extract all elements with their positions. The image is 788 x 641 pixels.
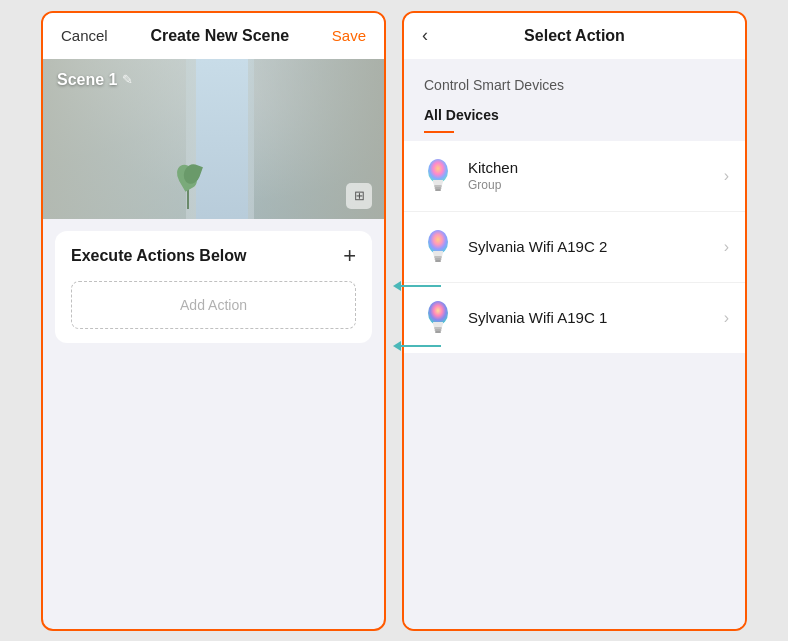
execute-title: Execute Actions Below — [71, 247, 246, 265]
device-name-kitchen: Kitchen — [468, 159, 724, 176]
connection-arrows — [393, 281, 441, 351]
arrow-line-1 — [401, 285, 441, 287]
edit-icon[interactable]: ✎ — [122, 72, 133, 87]
chevron-right-sylvania1: › — [724, 309, 729, 327]
device-list: Kitchen Group › — [404, 141, 745, 353]
device-item-sylvania1[interactable]: Sylvania Wifi A19C 1 › — [404, 283, 745, 353]
subtitle-underline — [424, 131, 454, 133]
svg-rect-3 — [435, 189, 441, 191]
section-label: Control Smart Devices — [404, 59, 745, 103]
execute-section: Execute Actions Below + Add Action — [55, 231, 372, 343]
scene-name: Scene 1 — [57, 71, 117, 89]
save-button[interactable]: Save — [332, 27, 366, 44]
left-panel: Cancel Create New Scene Save Scene 1 ✎ ⊞ — [41, 11, 386, 631]
svg-rect-1 — [434, 185, 442, 187]
scene-label: Scene 1 ✎ — [57, 71, 133, 89]
svg-rect-5 — [434, 256, 442, 258]
chevron-right-sylvania2: › — [724, 238, 729, 256]
right-panel: ‹ Select Action Control Smart Devices Al… — [402, 11, 747, 631]
all-devices-subtitle: All Devices — [404, 103, 745, 131]
add-action-label: Add Action — [180, 297, 247, 313]
device-type-kitchen: Group — [468, 178, 724, 192]
page-title: Create New Scene — [150, 27, 289, 45]
device-info-kitchen: Kitchen Group — [468, 159, 724, 192]
expand-icon[interactable]: ⊞ — [346, 183, 372, 209]
device-info-sylvania1: Sylvania Wifi A19C 1 — [468, 309, 724, 326]
add-action-plus-button[interactable]: + — [343, 245, 356, 267]
scene-image: Scene 1 ✎ ⊞ — [43, 59, 384, 219]
device-name-sylvania2: Sylvania Wifi A19C 2 — [468, 238, 724, 255]
device-icon-sylvania2 — [420, 226, 456, 268]
svg-rect-6 — [435, 258, 442, 260]
device-info-sylvania2: Sylvania Wifi A19C 2 — [468, 238, 724, 255]
execute-header: Execute Actions Below + — [71, 245, 356, 267]
device-item-sylvania2[interactable]: Sylvania Wifi A19C 2 › — [404, 212, 745, 283]
select-action-title: Select Action — [524, 27, 625, 45]
device-item-kitchen[interactable]: Kitchen Group › — [404, 141, 745, 212]
arrow-1 — [393, 281, 441, 291]
device-icon-kitchen — [420, 155, 456, 197]
svg-point-0 — [428, 159, 448, 183]
arrow-head-2 — [393, 341, 401, 351]
plant-decoration — [173, 159, 203, 209]
arrow-line-2 — [401, 345, 441, 347]
right-content: Control Smart Devices All Devices — [404, 59, 745, 629]
cancel-button[interactable]: Cancel — [61, 27, 108, 44]
arrow-2 — [393, 341, 441, 351]
arrow-head-1 — [393, 281, 401, 291]
left-header: Cancel Create New Scene Save — [43, 13, 384, 59]
add-action-button[interactable]: Add Action — [71, 281, 356, 329]
right-header: ‹ Select Action — [404, 13, 745, 59]
svg-rect-7 — [435, 260, 441, 262]
chevron-right-kitchen: › — [724, 167, 729, 185]
svg-point-4 — [428, 230, 448, 254]
device-name-sylvania1: Sylvania Wifi A19C 1 — [468, 309, 724, 326]
svg-rect-2 — [435, 187, 442, 189]
back-button[interactable]: ‹ — [422, 25, 428, 46]
